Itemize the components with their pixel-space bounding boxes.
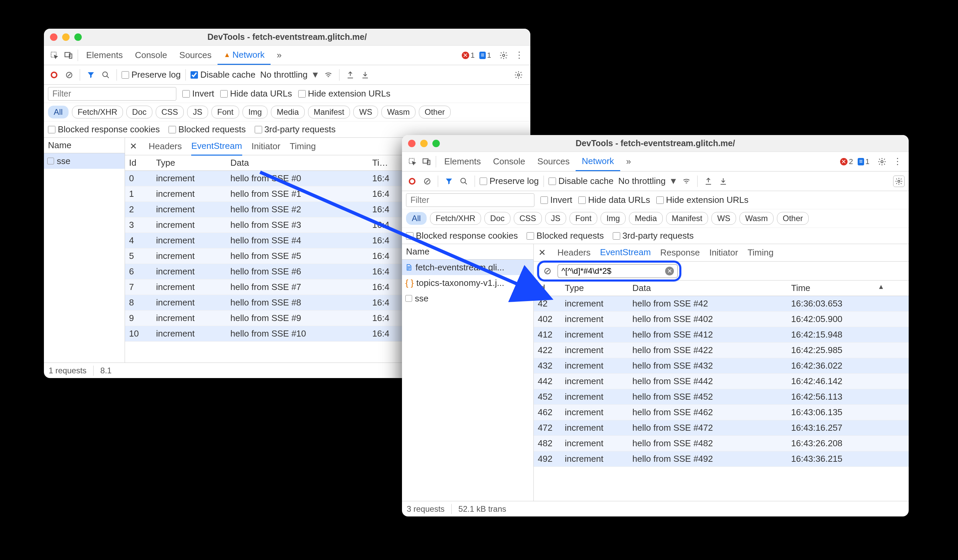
blocked-cookies-checkbox[interactable]: Blocked response cookies bbox=[48, 124, 160, 135]
chip-fetch-xhr[interactable]: Fetch/XHR bbox=[430, 212, 481, 225]
chip-other[interactable]: Other bbox=[419, 106, 450, 119]
filter-icon[interactable] bbox=[85, 69, 97, 81]
clear-input-icon[interactable]: ✕ bbox=[665, 267, 674, 275]
chip-font[interactable]: Font bbox=[211, 106, 239, 119]
more-tabs-icon[interactable]: » bbox=[271, 46, 287, 65]
column-header-data[interactable]: Data bbox=[628, 283, 787, 293]
third-party-checkbox[interactable]: 3rd-party requests bbox=[255, 124, 336, 135]
tab-console[interactable]: Console bbox=[129, 46, 173, 65]
panel-settings-icon[interactable] bbox=[893, 176, 905, 187]
inspect-icon[interactable] bbox=[405, 157, 420, 166]
chip-other[interactable]: Other bbox=[777, 212, 809, 225]
hide-data-urls-checkbox[interactable]: Hide data URLs bbox=[578, 195, 650, 205]
clear-stream-icon[interactable]: ⊘ bbox=[541, 265, 554, 277]
table-row[interactable]: 42incrementhello from SSE #4216:36:03.65… bbox=[534, 296, 909, 312]
name-column-header[interactable]: Name bbox=[402, 244, 533, 259]
blocked-cookies-checkbox[interactable]: Blocked response cookies bbox=[406, 231, 518, 241]
table-row[interactable]: 442incrementhello from SSE #44216:42:46.… bbox=[534, 374, 909, 389]
disable-cache-checkbox[interactable]: Disable cache bbox=[549, 176, 614, 186]
throttling-select[interactable]: No throttling bbox=[618, 176, 665, 186]
clear-icon[interactable]: ⊘ bbox=[421, 175, 433, 187]
detail-tab-initiator[interactable]: Initiator bbox=[709, 247, 738, 258]
chip-css[interactable]: CSS bbox=[514, 212, 542, 225]
minimize-window-button[interactable] bbox=[62, 33, 70, 41]
request-row[interactable]: fetch-eventstream.gli... bbox=[402, 259, 533, 275]
chip-ws[interactable]: WS bbox=[711, 212, 736, 225]
chip-wasm[interactable]: Wasm bbox=[381, 106, 416, 119]
kebab-menu-icon[interactable]: ⋮ bbox=[511, 50, 527, 60]
wifi-icon[interactable] bbox=[680, 175, 693, 187]
upload-icon[interactable] bbox=[344, 69, 356, 81]
request-row[interactable]: sse bbox=[44, 153, 125, 169]
column-header-id[interactable]: Id bbox=[125, 158, 152, 168]
download-icon[interactable] bbox=[359, 69, 371, 81]
detail-tab-timing[interactable]: Timing bbox=[747, 247, 774, 258]
invert-checkbox[interactable]: Invert bbox=[541, 195, 572, 205]
inspect-icon[interactable] bbox=[47, 51, 62, 60]
detail-tab-headers[interactable]: Headers bbox=[149, 141, 182, 152]
more-tabs-icon[interactable]: » bbox=[620, 152, 637, 171]
detail-tab-initiator[interactable]: Initiator bbox=[252, 141, 281, 152]
chip-img[interactable]: Img bbox=[601, 212, 626, 225]
disable-cache-checkbox[interactable]: Disable cache bbox=[190, 70, 255, 80]
settings-icon[interactable] bbox=[874, 157, 890, 166]
clear-icon[interactable]: ⊘ bbox=[63, 69, 75, 81]
device-icon[interactable] bbox=[62, 51, 76, 60]
chip-media[interactable]: Media bbox=[629, 212, 662, 225]
search-icon[interactable] bbox=[458, 175, 470, 187]
chip-font[interactable]: Font bbox=[569, 212, 597, 225]
table-row[interactable]: 492incrementhello from SSE #49216:43:36.… bbox=[534, 451, 909, 467]
kebab-menu-icon[interactable]: ⋮ bbox=[890, 156, 905, 167]
detail-tab-timing[interactable]: Timing bbox=[290, 141, 316, 152]
table-row[interactable]: 412incrementhello from SSE #41216:42:15.… bbox=[534, 327, 909, 343]
record-button[interactable] bbox=[48, 69, 60, 81]
column-header-data[interactable]: Data bbox=[226, 158, 368, 168]
panel-settings-icon[interactable] bbox=[511, 71, 526, 79]
hide-extension-urls-checkbox[interactable]: Hide extension URLs bbox=[657, 195, 749, 205]
tab-console[interactable]: Console bbox=[487, 152, 531, 171]
request-row[interactable]: sse bbox=[402, 291, 533, 306]
device-icon[interactable] bbox=[420, 157, 434, 166]
table-row[interactable]: 472incrementhello from SSE #47216:43:16.… bbox=[534, 420, 909, 436]
name-column-header[interactable]: Name bbox=[44, 138, 125, 153]
table-row[interactable]: 462incrementhello from SSE #46216:43:06.… bbox=[534, 405, 909, 420]
table-row[interactable]: 402incrementhello from SSE #40216:42:05.… bbox=[534, 312, 909, 327]
close-detail-icon[interactable]: ✕ bbox=[538, 247, 546, 258]
preserve-log-checkbox[interactable]: Preserve log bbox=[480, 176, 539, 186]
column-header-time[interactable]: Time bbox=[368, 158, 395, 168]
detail-tab-headers[interactable]: Headers bbox=[557, 247, 590, 258]
record-button[interactable] bbox=[406, 175, 418, 187]
filter-input[interactable] bbox=[406, 193, 535, 207]
download-icon[interactable] bbox=[717, 175, 729, 187]
upload-icon[interactable] bbox=[702, 175, 714, 187]
blocked-requests-checkbox[interactable]: Blocked requests bbox=[527, 231, 604, 241]
tab-elements[interactable]: Elements bbox=[438, 152, 487, 171]
error-badge-icon[interactable]: ✕ bbox=[462, 52, 469, 59]
search-icon[interactable] bbox=[100, 69, 112, 81]
tab-network[interactable]: Network bbox=[576, 152, 620, 171]
chip-css[interactable]: CSS bbox=[156, 106, 184, 119]
chip-media[interactable]: Media bbox=[271, 106, 305, 119]
chevron-down-icon[interactable]: ▼ bbox=[669, 176, 677, 186]
preserve-log-checkbox[interactable]: Preserve log bbox=[122, 70, 181, 80]
invert-checkbox[interactable]: Invert bbox=[182, 89, 214, 99]
minimize-window-button[interactable] bbox=[420, 140, 428, 147]
chip-fetch-xhr[interactable]: Fetch/XHR bbox=[72, 106, 123, 119]
throttling-select[interactable]: No throttling bbox=[260, 70, 308, 80]
filter-input[interactable] bbox=[48, 87, 176, 101]
chip-manifest[interactable]: Manifest bbox=[308, 106, 350, 119]
close-detail-icon[interactable]: ✕ bbox=[130, 141, 137, 152]
hide-extension-urls-checkbox[interactable]: Hide extension URLs bbox=[298, 89, 390, 99]
tab-sources[interactable]: Sources bbox=[173, 46, 217, 65]
chip-all[interactable]: All bbox=[406, 212, 427, 225]
chip-wasm[interactable]: Wasm bbox=[739, 212, 774, 225]
close-window-button[interactable] bbox=[408, 140, 416, 147]
wifi-icon[interactable] bbox=[322, 69, 335, 81]
hide-data-urls-checkbox[interactable]: Hide data URLs bbox=[220, 89, 292, 99]
chip-js[interactable]: JS bbox=[545, 212, 566, 225]
info-badge-icon[interactable]: ≡ bbox=[479, 52, 486, 59]
info-badge-icon[interactable]: ≡ bbox=[858, 158, 864, 165]
close-window-button[interactable] bbox=[50, 33, 57, 41]
third-party-checkbox[interactable]: 3rd-party requests bbox=[613, 231, 694, 241]
table-row[interactable]: 482incrementhello from SSE #48216:43:26.… bbox=[534, 436, 909, 451]
